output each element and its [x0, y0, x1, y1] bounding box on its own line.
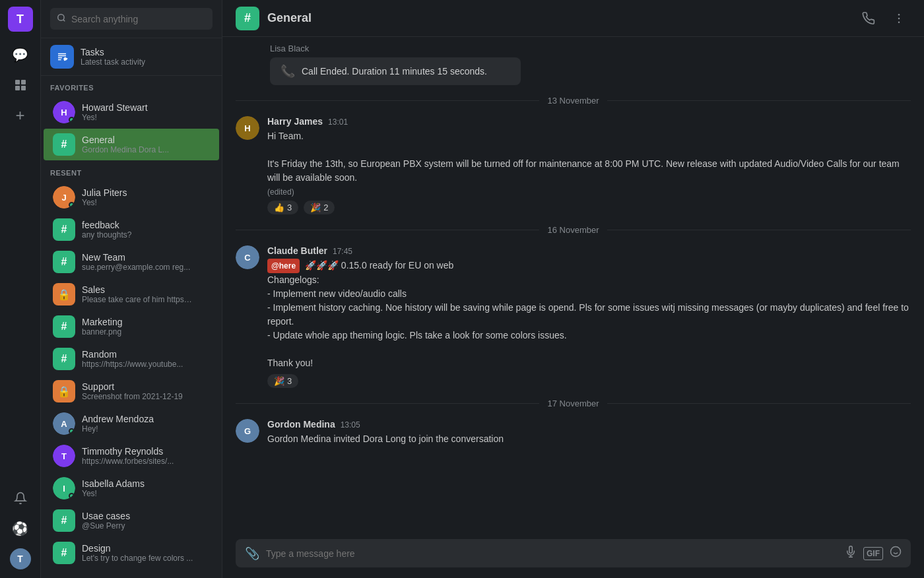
svg-point-4: [58, 15, 64, 20]
phone-icon-btn[interactable]: [857, 7, 880, 30]
grid-icon[interactable]: [8, 73, 33, 98]
sidebar-item-random[interactable]: # Random https://https://www.youtube...: [44, 343, 219, 375]
design-icon: #: [53, 542, 75, 564]
reaction-party2[interactable]: 🎉 3: [267, 374, 298, 388]
sidebar-item-marketing[interactable]: # Marketing banner.png: [44, 311, 219, 342]
howard-avatar: H: [53, 101, 75, 123]
isabella-online: [69, 493, 75, 499]
recent-label: RESENT: [41, 161, 222, 181]
call-sender-name: Lisa Black: [270, 44, 911, 53]
andrew-text: Andrew Mendoza Hey!: [82, 414, 154, 434]
reaction-thumbsup[interactable]: 👍 3: [267, 201, 298, 214]
search-box[interactable]: [50, 8, 213, 30]
main-header: # General: [222, 0, 924, 37]
general-channel-icon: #: [53, 133, 75, 156]
andrew-online: [69, 428, 75, 434]
message-harry: H Harry James 13:01 Hi Team. It's Friday…: [236, 116, 911, 214]
bell-icon[interactable]: [8, 486, 33, 511]
gif-icon[interactable]: GIF: [863, 547, 883, 560]
svg-point-7: [898, 21, 900, 23]
attach-icon[interactable]: 📎: [245, 546, 259, 561]
tasks-subtitle: Latest task activity: [81, 57, 145, 67]
sidebar-item-design[interactable]: # Design Let's try to change few colors …: [44, 537, 219, 569]
svg-point-8: [891, 547, 901, 557]
julia-avatar: J: [53, 186, 75, 209]
at-here-badge: @here: [267, 259, 300, 273]
message-input-box: 📎 GIF: [236, 539, 911, 567]
sidebar-item-julia[interactable]: J Julia Piters Yes!: [44, 181, 219, 213]
sidebar-item-sales[interactable]: 🔒 Sales Please take care of him https:/.…: [44, 278, 219, 310]
user-avatar[interactable]: T: [8, 7, 33, 32]
online-indicator: [69, 117, 75, 123]
call-ended-box: 📞 Call Ended. Duration 11 minutes 15 sec…: [270, 57, 521, 85]
claude-time: 17:45: [333, 247, 352, 256]
usecases-text: Usae cases @Sue Perry: [82, 511, 130, 530]
svg-rect-3: [21, 86, 26, 90]
sidebar-item-isabella[interactable]: I Isabella Adams Yes!: [44, 472, 219, 504]
icon-bar: T 💬 + ⚽ T: [0, 0, 41, 578]
gordon-time: 13:05: [341, 420, 360, 430]
design-text: Design Let's try to change few colors ..…: [82, 543, 193, 563]
soccer-icon[interactable]: ⚽: [8, 516, 33, 541]
message-gordon: G Gordon Medina 13:05 Gordon Medina invi…: [236, 419, 911, 446]
channel-header-icon: #: [236, 7, 259, 30]
gordon-sender: Gordon Medina: [267, 419, 335, 430]
header-actions: [857, 7, 911, 30]
sidebar-item-newteam[interactable]: # New Team sue.perry@example.com reg...: [44, 246, 219, 278]
reaction-party[interactable]: 🎉 2: [304, 201, 335, 214]
add-channel-icon[interactable]: +: [8, 103, 33, 128]
search-input[interactable]: [71, 14, 206, 24]
sales-icon: 🔒: [53, 283, 75, 305]
marketing-text: Marketing banner.png: [82, 317, 122, 337]
gordon-avatar: G: [236, 419, 259, 443]
chat-area[interactable]: Lisa Black 📞 Call Ended. Duration 11 min…: [222, 37, 924, 531]
harry-content: Harry James 13:01 Hi Team. It's Friday t…: [267, 116, 911, 214]
harry-text: Hi Team. It's Friday the 13th, so Europe…: [267, 129, 911, 185]
general-text: General Gordon Medina Dora L...: [82, 135, 169, 154]
gordon-header: Gordon Medina 13:05: [267, 419, 911, 430]
message-input[interactable]: [266, 548, 838, 559]
call-ended-icon: 📞: [280, 64, 295, 79]
harry-time: 13:01: [328, 117, 348, 127]
tasks-icon: [50, 45, 74, 69]
sidebar-item-support[interactable]: 🔒 Support Screenshot from 2021-12-19: [44, 375, 219, 407]
timmothy-text: Timmothy Reynolds https://www.forbes/sit…: [82, 446, 174, 466]
newteam-icon: #: [53, 251, 75, 273]
search-area: [41, 0, 222, 38]
tasks-item[interactable]: Tasks Latest task activity: [41, 38, 222, 76]
support-icon: 🔒: [53, 380, 75, 402]
message-input-area: 📎 GIF: [222, 531, 924, 578]
claude-avatar: C: [236, 245, 259, 269]
call-ended-text: Call Ended. Duration 11 minutes 15 secon…: [302, 66, 487, 77]
sidebar-item-howard[interactable]: H Howard Stewart Yes!: [44, 96, 219, 128]
more-options-btn[interactable]: [887, 7, 911, 30]
sidebar-item-general[interactable]: # General Gordon Medina Dora L...: [44, 129, 219, 160]
claude-content: Claude Butler 17:45 @here 🚀🚀🚀 0.15.0 rea…: [267, 245, 911, 388]
sidebar: Tasks Latest task activity FAVORITES H H…: [41, 0, 222, 578]
emoji-icon[interactable]: [890, 546, 902, 561]
isabella-text: Isabella Adams Yes!: [82, 478, 145, 498]
gordon-content: Gordon Medina 13:05 Gordon Medina invite…: [267, 419, 911, 446]
support-text: Support Screenshot from 2021-12-19: [82, 381, 183, 401]
svg-rect-2: [15, 86, 20, 90]
julia-text: Julia Piters Yes!: [82, 187, 127, 207]
user-profile-icon[interactable]: T: [8, 546, 33, 571]
search-icon: [57, 13, 66, 24]
sidebar-item-timmothy[interactable]: T Timmothy Reynolds https://www.forbes/s…: [44, 440, 219, 472]
sidebar-item-andrew[interactable]: A Andrew Mendoza Hey!: [44, 408, 219, 439]
sidebar-item-feedback[interactable]: # feedback any thoughts?: [44, 214, 219, 245]
date-nov16: 16 November: [547, 225, 599, 235]
harry-edited: (edited): [267, 187, 911, 197]
svg-rect-0: [15, 80, 20, 84]
isabella-avatar: I: [53, 477, 75, 499]
date-separator-nov17: 17 November: [236, 399, 911, 408]
marketing-icon: #: [53, 315, 75, 338]
sidebar-item-usecases[interactable]: # Usae cases @Sue Perry: [44, 505, 219, 536]
date-separator-nov16: 16 November: [236, 225, 911, 235]
chat-icon[interactable]: 💬: [8, 42, 33, 67]
message-claude: C Claude Butler 17:45 @here 🚀🚀🚀 0.15.0 r…: [236, 245, 911, 388]
julia-online: [69, 202, 75, 208]
timmothy-avatar: T: [53, 445, 75, 467]
channel-name-header: General: [267, 11, 312, 25]
mic-icon[interactable]: [845, 546, 857, 561]
